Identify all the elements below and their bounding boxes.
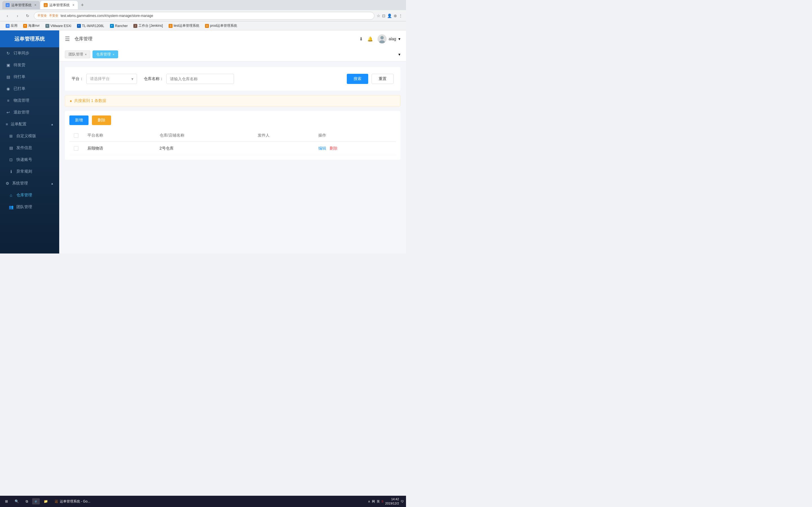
sidebar-item-pending-print[interactable]: ▤ 待打单 xyxy=(0,71,59,83)
sidebar-item-printed[interactable]: ◉ 已打单 xyxy=(0,83,59,95)
browser-tab-2[interactable]: 运 运单管理系统 × xyxy=(40,1,78,9)
menu-icon[interactable]: ⋮ xyxy=(399,13,403,18)
warehouse-input[interactable] xyxy=(166,74,234,84)
sidebar-label-courier-account: 快递账号 xyxy=(16,157,32,162)
sidebar-label-order-sync: 订单同步 xyxy=(13,51,29,56)
search-button[interactable]: 搜索 xyxy=(347,74,368,84)
warehouse-manage-tab-close[interactable]: × xyxy=(112,53,114,56)
waybill-config-icon: ≡ xyxy=(6,122,8,126)
bookmark-prod[interactable]: 运 prod运单管理系统 xyxy=(203,23,239,29)
custom-template-icon: ⊞ xyxy=(8,133,13,138)
bookmark-prod-label: prod运单管理系统 xyxy=(210,23,237,28)
download-icon[interactable]: ⬇ xyxy=(359,36,363,42)
address-input[interactable]: 不安全 不安全 test.wbms.gammatimes.com/#/syste… xyxy=(34,12,374,20)
refresh-button[interactable]: ↻ xyxy=(24,12,32,20)
bookmark-hknvr-label: 海康nvr xyxy=(28,23,40,28)
sidebar-item-logistics[interactable]: ≡ 物流管理 xyxy=(0,95,59,107)
user-chevron-icon: ▾ xyxy=(398,37,400,41)
col-platform-name-label: 平台名称 xyxy=(87,133,103,137)
sidebar-label-exception-rules: 异常规则 xyxy=(16,169,32,174)
bookmark-rancher-label: Rancher xyxy=(115,24,128,28)
user-menu[interactable]: alag ▾ xyxy=(377,34,400,43)
delete-button[interactable]: 删除 xyxy=(92,115,111,125)
forward-button[interactable]: › xyxy=(13,12,21,20)
col-sender-label: 发件人 xyxy=(258,133,269,137)
sidebar-label-warehouse-manage: 仓库管理 xyxy=(16,193,32,198)
printed-icon: ◉ xyxy=(6,86,11,91)
new-tab-button[interactable]: + xyxy=(79,1,86,9)
sidebar-item-order-sync[interactable]: ↻ 订单同步 xyxy=(0,47,59,59)
sidebar-item-team-manage[interactable]: 👥 团队管理 xyxy=(3,201,59,213)
table-header-row: 平台名称 仓库/店铺名称 发件人 操作 xyxy=(69,129,396,142)
order-sync-icon: ↻ xyxy=(6,51,11,56)
sidebar-item-courier-account[interactable]: ⊡ 快递账号 xyxy=(3,154,59,166)
breadcrumb-tab-team-manage[interactable]: 团队管理 × xyxy=(65,50,90,58)
pending-print-icon: ▤ xyxy=(6,74,11,79)
sidebar-item-warehouse-manage[interactable]: ⌂ 仓库管理 xyxy=(3,189,59,201)
sidebar-section-system-manage[interactable]: ⚙ 系统管理 ▲ xyxy=(0,177,59,189)
row-delete-link[interactable]: 删除 xyxy=(329,146,338,151)
apps-icon: ⊞ xyxy=(6,24,10,28)
reset-button[interactable]: 重置 xyxy=(371,74,394,84)
extension-icon[interactable]: ⊕ xyxy=(394,13,397,18)
prod-icon: 运 xyxy=(205,24,209,28)
bookmark-star-icon[interactable]: ☆ xyxy=(377,13,380,18)
platform-label: 平台： xyxy=(71,76,84,81)
bell-icon[interactable]: 🔔 xyxy=(367,36,373,42)
bookmark-tl-label: TL-WAR1208L xyxy=(82,24,104,28)
bookmark-hknvr[interactable]: H 海康nvr xyxy=(21,23,42,29)
cast-icon[interactable]: ⊡ xyxy=(382,13,386,18)
sidebar-label-waybill-config: 运单配置 xyxy=(11,122,48,127)
bookmark-test-label: test运单管理系统 xyxy=(174,23,199,28)
filter-buttons: 搜索 重置 xyxy=(347,74,394,84)
sidebar-item-ship-info[interactable]: ▤ 发件信息 xyxy=(3,142,59,154)
sidebar-item-custom-template[interactable]: ⊞ 自定义模版 xyxy=(3,130,59,142)
sidebar-label-pending-print: 待打单 xyxy=(13,74,26,79)
waybill-config-arrow: ▲ xyxy=(51,123,54,126)
row-checkbox[interactable] xyxy=(74,146,79,151)
bookmark-rancher[interactable]: R Rancher xyxy=(108,23,130,29)
sidebar-label-team-manage: 团队管理 xyxy=(16,205,32,210)
profile-icon[interactable]: 👤 xyxy=(387,13,392,18)
team-manage-tab-close[interactable]: × xyxy=(85,53,87,56)
bookmark-apps[interactable]: ⊞ 应用 xyxy=(3,23,20,29)
platform-filter: 平台： 请选择平台 ▾ xyxy=(71,74,137,84)
bookmark-tl[interactable]: T TL-WAR1208L xyxy=(75,23,107,29)
bookmark-vmware[interactable]: V VMware ESXi xyxy=(43,23,73,29)
table-actions: 新增 删除 xyxy=(69,115,396,125)
th-warehouse-name: 仓库/店铺名称 xyxy=(155,129,253,142)
tab-expand-icon[interactable]: ▾ xyxy=(398,52,400,57)
tab-close-1[interactable]: × xyxy=(35,3,36,7)
hamburger-button[interactable]: ☰ xyxy=(65,36,70,42)
browser-tab-1[interactable]: 运 运单管理系统 × xyxy=(2,1,40,9)
avatar-svg xyxy=(377,34,387,43)
bookmark-jenkins[interactable]: J 工作台 [Jenkins] xyxy=(131,23,165,29)
edit-link[interactable]: 编辑 xyxy=(318,146,326,151)
sidebar: 运单管理系统 ↻ 订单同步 ▣ 待发货 ▤ 待打单 ◉ 已打单 ≡ 物流管理 ↩… xyxy=(0,31,59,253)
row-action-links: 编辑 删除 xyxy=(318,146,391,151)
logistics-icon: ≡ xyxy=(6,98,11,103)
sidebar-item-pending-ship[interactable]: ▣ 待发货 xyxy=(0,59,59,71)
hknvr-icon: H xyxy=(23,24,27,28)
ship-info-icon: ▤ xyxy=(8,145,13,151)
select-all-checkbox[interactable] xyxy=(74,133,79,138)
security-warning: 不安全 xyxy=(38,13,47,18)
breadcrumb-tab-warehouse-manage[interactable]: 仓库管理 × xyxy=(93,50,118,58)
sidebar-sub-system: ⌂ 仓库管理 👥 团队管理 xyxy=(0,189,59,213)
tab-close-2[interactable]: × xyxy=(72,3,74,7)
back-button[interactable]: ‹ xyxy=(3,12,11,20)
sidebar-item-refund[interactable]: ↩ 退款管理 xyxy=(0,107,59,118)
sidebar-item-exception-rules[interactable]: ℹ 异常规则 xyxy=(3,166,59,177)
logo-text: 运单管理系统 xyxy=(14,36,45,42)
platform-select[interactable]: 请选择平台 ▾ xyxy=(86,74,137,84)
user-avatar xyxy=(377,34,387,43)
not-secure-label: 不安全 xyxy=(49,13,58,18)
add-button[interactable]: 新增 xyxy=(69,115,89,125)
svg-point-1 xyxy=(380,36,384,40)
bookmark-test[interactable]: 运 test运单管理系统 xyxy=(166,23,202,29)
sidebar-section-waybill-config[interactable]: ≡ 运单配置 ▲ xyxy=(0,118,59,130)
data-table: 平台名称 仓库/店铺名称 发件人 操作 xyxy=(69,129,396,155)
warehouse-filter: 仓库名称： xyxy=(144,74,234,84)
breadcrumb-tab-bar: 团队管理 × 仓库管理 × ▾ xyxy=(59,47,406,61)
sidebar-label-logistics: 物流管理 xyxy=(13,98,29,103)
